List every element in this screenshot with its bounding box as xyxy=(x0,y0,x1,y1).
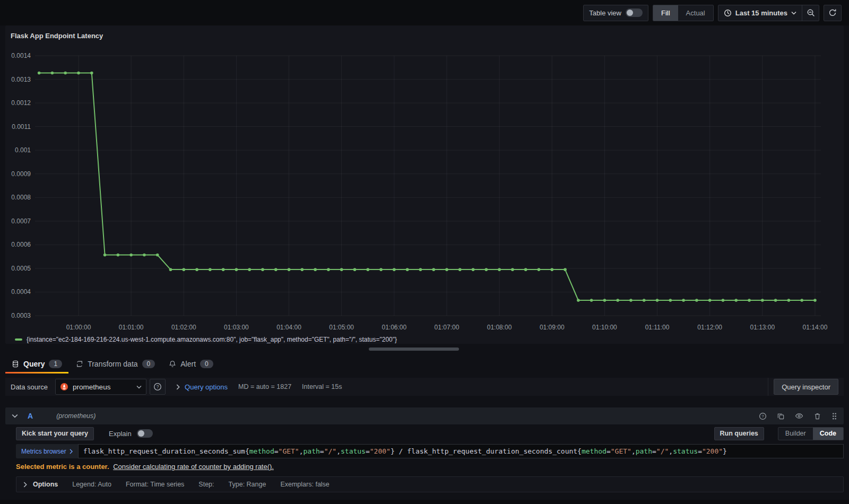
time-picker-group: Last 15 minutes xyxy=(718,5,819,21)
chart-legend[interactable]: {instance="ec2-184-169-216-224.us-west-1… xyxy=(15,335,844,344)
prometheus-icon xyxy=(60,383,68,391)
svg-text:?: ? xyxy=(761,414,764,419)
tab-transform-data[interactable]: Transform data 0 xyxy=(70,354,161,373)
table-view-toggle[interactable] xyxy=(626,8,643,17)
table-view-label: Table view xyxy=(589,9,621,17)
builder-code-group: Builder Code xyxy=(778,427,844,440)
tab-alert-label: Alert xyxy=(180,360,196,368)
explain-toggle[interactable] xyxy=(137,429,153,438)
svg-text:0.0007: 0.0007 xyxy=(11,218,31,225)
option-exemplars: Exemplars: false xyxy=(280,481,329,488)
tab-query[interactable]: Query 1 xyxy=(5,354,68,373)
chevron-right-icon[interactable] xyxy=(23,482,27,488)
metrics-browser-button[interactable]: Metrics browser xyxy=(16,444,78,458)
query-options-collapsed-row[interactable]: Options Legend: Auto Format: Time series… xyxy=(16,476,844,492)
timeseries-panel: Flask App Endpoint Latency 0.00140.00130… xyxy=(5,25,844,344)
trash-icon[interactable] xyxy=(813,412,821,420)
tab-alert-badge: 0 xyxy=(200,360,213,368)
datasource-help-button[interactable]: ? xyxy=(150,379,166,395)
legend-series-label: {instance="ec2-184-169-216-224.us-west-1… xyxy=(27,336,397,343)
interval-text: Interval = 15s xyxy=(302,383,342,390)
divider xyxy=(768,378,768,396)
svg-text:?: ? xyxy=(157,384,159,389)
max-datapoints-text: MD = auto = 1827 xyxy=(238,383,291,390)
datasource-name: prometheus xyxy=(73,383,132,391)
promql-query-text: flask_http_request_duration_seconds_sum{… xyxy=(83,447,727,455)
tab-query-badge: 1 xyxy=(49,360,62,368)
svg-text:0.0004: 0.0004 xyxy=(11,288,31,296)
explain-control: Explain xyxy=(109,429,153,438)
tab-transform-label: Transform data xyxy=(88,360,137,368)
svg-text:01:13:00: 01:13:00 xyxy=(750,324,775,331)
svg-text:0.0013: 0.0013 xyxy=(11,76,31,83)
svg-text:01:10:00: 01:10:00 xyxy=(592,324,617,331)
svg-text:01:11:00: 01:11:00 xyxy=(645,324,670,331)
collapse-chevron-icon[interactable] xyxy=(12,414,18,418)
svg-text:01:02:00: 01:02:00 xyxy=(171,324,196,331)
svg-text:0.0005: 0.0005 xyxy=(11,265,31,272)
counter-warning-row: Selected metric is a counter. Consider c… xyxy=(16,463,844,471)
tab-alert[interactable]: Alert 0 xyxy=(162,354,219,373)
chevron-down-icon xyxy=(136,385,142,389)
database-icon xyxy=(12,360,19,368)
query-editor-row: Metrics browser flask_http_request_durat… xyxy=(16,444,844,458)
svg-text:01:08:00: 01:08:00 xyxy=(487,324,512,331)
refresh-button[interactable] xyxy=(824,5,842,21)
chevron-down-icon xyxy=(791,11,796,15)
svg-text:0.001: 0.001 xyxy=(15,146,31,154)
svg-text:01:01:00: 01:01:00 xyxy=(119,324,144,331)
splitter-drag-handle[interactable] xyxy=(369,347,459,351)
top-toolbar: Table view Fill Actual Last 15 minutes xyxy=(0,0,849,25)
chevron-right-icon xyxy=(176,384,180,390)
pane-splitter xyxy=(0,344,849,354)
tab-transform-badge: 0 xyxy=(142,360,155,368)
option-step: Step: xyxy=(198,481,214,488)
option-legend: Legend: Auto xyxy=(72,481,111,488)
latency-chart[interactable]: 0.00140.00130.00120.00110.0010.00090.000… xyxy=(5,42,844,335)
query-inspector-button[interactable]: Query inspector xyxy=(774,379,838,395)
editor-tabs: Query 1 Transform data 0 Alert 0 xyxy=(5,354,849,373)
time-range-label: Last 15 minutes xyxy=(735,9,787,17)
tab-query-label: Query xyxy=(23,360,45,368)
svg-text:0.0014: 0.0014 xyxy=(11,52,31,59)
svg-text:0.0012: 0.0012 xyxy=(11,99,31,107)
drag-handle-icon[interactable] xyxy=(831,412,837,420)
svg-text:0.0009: 0.0009 xyxy=(11,170,31,178)
explain-label: Explain xyxy=(109,430,132,438)
svg-text:01:00:00: 01:00:00 xyxy=(66,324,91,331)
fill-button[interactable]: Fill xyxy=(653,5,678,21)
run-queries-button[interactable]: Run queries xyxy=(714,427,764,440)
fill-actual-group: Fill Actual xyxy=(653,5,714,21)
builder-mode-button[interactable]: Builder xyxy=(778,428,813,440)
bottom-strip xyxy=(0,500,849,504)
duplicate-query-icon[interactable] xyxy=(777,412,785,420)
code-mode-button[interactable]: Code xyxy=(813,428,843,440)
svg-text:01:09:00: 01:09:00 xyxy=(540,324,565,331)
question-circle-icon: ? xyxy=(153,383,162,391)
table-view-control: Table view xyxy=(583,5,648,21)
query-ref-id: A xyxy=(28,412,33,420)
promql-code-input[interactable]: flask_http_request_duration_seconds_sum{… xyxy=(78,444,844,458)
time-range-button[interactable]: Last 15 minutes xyxy=(718,5,802,21)
option-format: Format: Time series xyxy=(126,481,184,488)
zoom-out-button[interactable] xyxy=(802,5,819,21)
panel-title: Flask App Endpoint Latency xyxy=(5,25,844,41)
query-datasource-hint: (prometheus) xyxy=(56,412,96,420)
svg-text:0.0003: 0.0003 xyxy=(11,312,31,319)
query-options-toggle[interactable]: Query options xyxy=(176,383,228,391)
warning-rate-link[interactable]: Consider calculating rate of counter by … xyxy=(113,463,274,471)
datasource-select[interactable]: prometheus xyxy=(55,379,146,395)
actual-button[interactable]: Actual xyxy=(678,5,713,21)
chevron-right-icon xyxy=(70,449,73,454)
svg-text:0.0011: 0.0011 xyxy=(12,123,31,131)
eye-icon[interactable] xyxy=(795,412,803,420)
svg-text:0.0006: 0.0006 xyxy=(11,241,31,248)
datasource-label: Data source xyxy=(11,383,48,391)
svg-text:01:04:00: 01:04:00 xyxy=(276,324,301,331)
svg-text:01:14:00: 01:14:00 xyxy=(803,324,828,331)
query-row-header[interactable]: A (prometheus) ? xyxy=(5,407,844,424)
kick-start-query-button[interactable]: Kick start your query xyxy=(16,427,94,440)
query-help-icon[interactable]: ? xyxy=(759,412,767,420)
svg-text:01:07:00: 01:07:00 xyxy=(435,324,460,331)
bell-icon xyxy=(169,360,176,368)
